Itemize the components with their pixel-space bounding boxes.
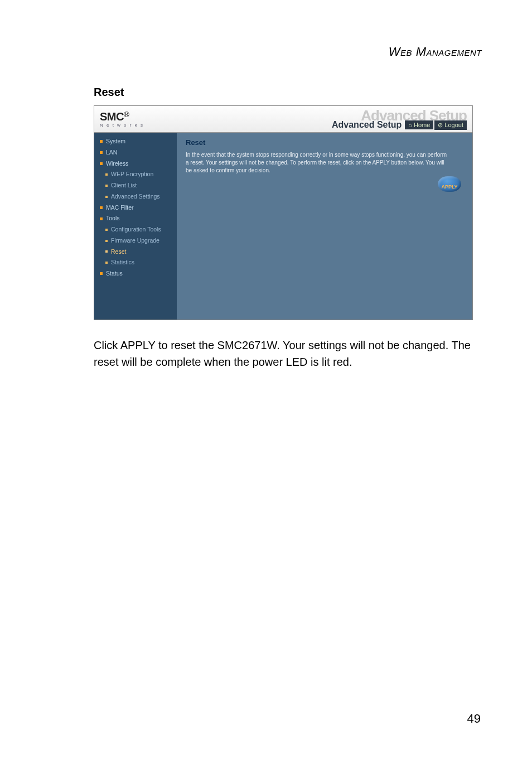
banner-title: Advanced Setup <box>332 120 402 130</box>
sidebar-item-lan[interactable]: LAN <box>94 147 177 158</box>
content-title: Reset <box>186 138 463 147</box>
ui-header: SMC® N e t w o r k s Advanced Setup Adva… <box>94 106 472 133</box>
section-heading-reset: Reset <box>94 86 482 99</box>
sidebar: System LAN Wireless WEP Encryption Clien… <box>94 133 177 320</box>
sidebar-item-system[interactable]: System <box>94 136 177 147</box>
sidebar-item-tools[interactable]: Tools <box>94 213 177 224</box>
content-description: In the event that the system stops respo… <box>186 151 448 175</box>
logo-reg: ® <box>124 110 129 119</box>
content-panel: Reset In the event that the system stops… <box>177 133 472 320</box>
instruction-paragraph: Click APPLY to reset the SMC2671W. Your … <box>94 337 473 370</box>
router-admin-screenshot: SMC® N e t w o r k s Advanced Setup Adva… <box>94 105 473 320</box>
logout-link[interactable]: ⊘ Logout <box>434 120 467 130</box>
sidebar-sub-config-tools[interactable]: Configuration Tools <box>94 224 177 235</box>
logo-subtext: N e t w o r k s <box>100 123 177 128</box>
sidebar-sub-clientlist[interactable]: Client List <box>94 180 177 191</box>
home-icon: ⌂ <box>408 122 412 128</box>
sidebar-sub-wep[interactable]: WEP Encryption <box>94 169 177 180</box>
page-header: Web Management <box>50 45 482 59</box>
page-number: 49 <box>467 712 481 726</box>
sidebar-item-macfilter[interactable]: MAC Filter <box>94 202 177 214</box>
home-label: Home <box>414 122 430 128</box>
banner: Advanced Setup Advanced Setup ⌂ Home ⊘ L… <box>177 106 472 132</box>
logout-label: Logout <box>444 122 463 128</box>
sidebar-item-status[interactable]: Status <box>94 268 177 279</box>
sidebar-item-wireless[interactable]: Wireless <box>94 158 177 170</box>
logout-icon: ⊘ <box>438 122 443 129</box>
logo: SMC® N e t w o r k s <box>94 106 177 132</box>
sidebar-sub-reset[interactable]: Reset <box>94 246 177 258</box>
home-link[interactable]: ⌂ Home <box>405 120 433 129</box>
apply-button[interactable]: APPLY <box>438 176 461 192</box>
sidebar-sub-statistics[interactable]: Statistics <box>94 257 177 268</box>
logo-brand: SMC <box>100 111 124 123</box>
sidebar-sub-advanced-settings[interactable]: Advanced Settings <box>94 191 177 202</box>
sidebar-sub-firmware[interactable]: Firmware Upgrade <box>94 235 177 246</box>
